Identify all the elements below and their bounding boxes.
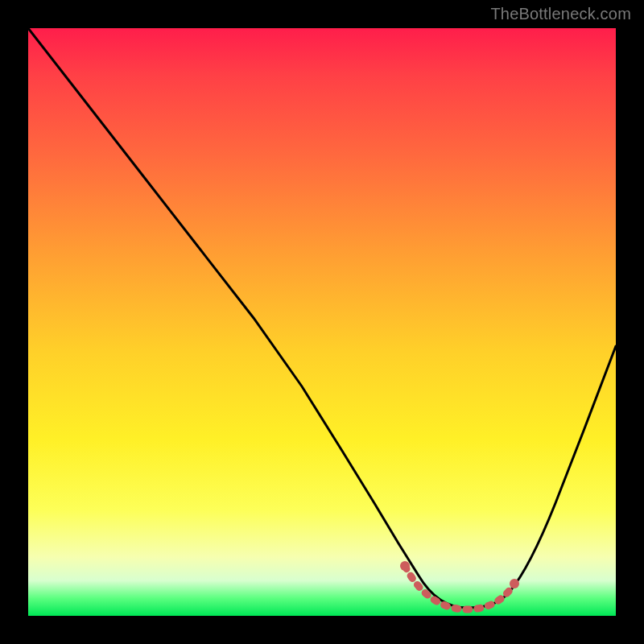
trough-highlight-start-dot xyxy=(400,561,410,571)
bottleneck-curve xyxy=(28,28,616,616)
plot-frame xyxy=(28,28,616,616)
watermark-text: TheBottleneck.com xyxy=(490,5,631,23)
trough-highlight-end-dot xyxy=(510,579,519,588)
trough-highlight xyxy=(405,566,514,609)
curve-path xyxy=(28,28,616,608)
